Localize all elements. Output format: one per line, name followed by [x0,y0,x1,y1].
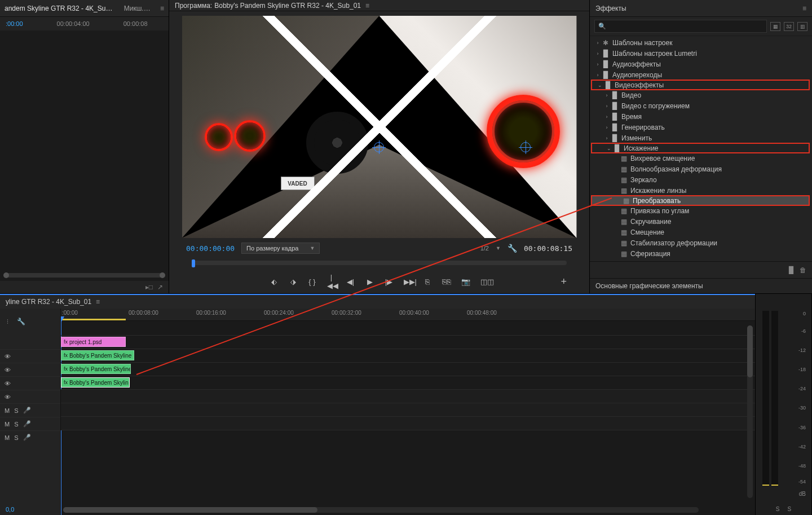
program-timecode-current[interactable]: 00:00:00:00 [186,244,235,253]
track-head-v1[interactable]: 👁 [0,390,60,403]
effects-search-field[interactable] [608,22,763,30]
folder-icon: ▉ [610,102,619,110]
clip-v1[interactable]: fxBobby's Pandem Skylin [61,377,130,388]
effect-turbulent[interactable]: ▦Вихревое смещение [590,153,812,164]
tree-item-video[interactable]: ›▉Видео [590,90,812,100]
effect-mirror[interactable]: ▦Зеркало [590,174,812,185]
playhead-handle[interactable] [192,259,195,267]
panel-menu-icon[interactable]: ≡ [365,2,369,10]
solo-indicator[interactable]: S [776,506,780,512]
clip-v2[interactable]: fxBobby's Pandem Skyline [61,364,131,374]
meter-tick: -6 [792,328,806,334]
anchor-crosshair-icon[interactable] [520,142,531,152]
timeline-v-scrollbar[interactable] [747,325,753,498]
program-scrubber[interactable] [192,261,567,265]
step-forward-icon[interactable]: |▶ [385,278,394,286]
source-tab-1[interactable]: andem Skyline GTR R32 - 4K_Sub_03 [5,5,115,12]
eye-icon[interactable]: 👁 [5,367,11,373]
tree-item-distort[interactable]: ⌄▉Искажение [591,143,810,153]
mute-button[interactable]: M [5,421,10,428]
track-head-v4[interactable]: 👁 [0,349,60,363]
program-monitor[interactable]: VADED [182,16,577,238]
chevron-down-icon[interactable]: ▼ [496,245,501,251]
mic-icon[interactable]: 🎤 [23,434,31,441]
clip-v3[interactable]: fxBobby's Pandem Skyline [61,350,134,360]
export-frame-icon[interactable]: 📷 [461,278,470,286]
eye-icon[interactable]: 👁 [5,380,11,387]
mark-out-icon[interactable]: ⬗ [289,278,298,286]
track-head-a2[interactable]: MS🎤 [0,417,60,430]
source-scrollbar[interactable] [5,273,164,278]
snap-icon[interactable]: ⸽ [6,318,9,325]
settings-wrench-icon[interactable]: 🔧 [508,244,517,253]
mute-button[interactable]: M [5,407,10,414]
fx-filter-yuv-icon[interactable]: ▥ [797,22,807,31]
play-icon[interactable]: ▶ [365,278,374,286]
effects-search-input[interactable]: 🔍 [594,20,767,33]
insert-icon[interactable]: ▸□ [145,283,153,291]
timeline-h-scrollbar[interactable] [63,507,699,513]
timeline-tracks[interactable]: :00:00 00:00:08:00 00:00:16:00 00:00:24:… [61,309,755,515]
track-head-v3[interactable]: 👁 [0,363,60,376]
work-area-bar[interactable] [61,319,126,320]
tree-item-immersive[interactable]: ›▉Видео с погружением [590,100,812,111]
solo-button[interactable]: S [14,421,18,428]
mic-icon[interactable]: 🎤 [23,420,31,428]
solo-button[interactable]: S [14,434,18,441]
tree-item-generate[interactable]: ›▉Генерировать [590,122,812,133]
audio-meter[interactable]: 0 -6 -12 -18 -24 -30 -36 -42 -48 -54 dB [756,294,811,503]
solo-button[interactable]: S [14,407,18,414]
track-head-a1[interactable]: MS🎤 [0,403,60,417]
effect-lens[interactable]: ▦Искажение линзы [590,185,812,196]
effect-wave[interactable]: ▦Волнообразная деформация [590,164,812,174]
fx-filter-32-icon[interactable]: 32 [784,22,794,31]
go-to-in-icon[interactable]: |◀◀ [327,273,336,290]
lift-icon[interactable]: ⎘ [423,278,432,286]
tree-item-video-effects[interactable]: ⌄▉Видеоэффекты [591,80,810,90]
effect-warp[interactable]: ▦Стабилизатор деформации [590,237,812,248]
clip-v4[interactable]: fxproject 1.psd [61,337,126,347]
export-icon[interactable]: ↗ [157,283,163,291]
eye-icon[interactable]: 👁 [5,353,11,360]
zoom-dropdown[interactable]: По размеру кадра ▼ [241,243,320,254]
tree-item-audio-fx[interactable]: ›▉Аудиоэффекты [590,59,812,69]
new-bin-icon[interactable]: ▉ [789,266,794,274]
anchor-crosshair-icon[interactable] [374,142,384,152]
comparison-icon[interactable]: ◫◫ [480,278,489,286]
timeline-ruler[interactable]: :00:00 00:00:08:00 00:00:16:00 00:00:24:… [61,309,755,321]
effect-spherize[interactable]: ▦Сферизация [590,248,812,259]
effect-offset[interactable]: ▦Смещение [590,227,812,237]
timeline-timecode[interactable]: 0,0 [0,504,60,515]
go-to-out-icon[interactable]: ▶▶| [404,278,413,286]
trash-icon[interactable]: 🗑 [800,266,806,274]
effect-transform[interactable]: ▦Преобразовать [591,195,810,206]
mark-in-icon[interactable]: ⬖ [270,278,279,286]
essential-graphics-label[interactable]: Основные графические элементы [590,278,812,293]
wrench-icon[interactable]: 🔧 [17,318,25,325]
source-tab-2[interactable]: Микш. ау [124,5,151,12]
ruler-tick: 00:00:48:00 [467,310,497,316]
add-button-icon[interactable]: + [561,276,567,288]
fx-filter-icon[interactable]: ▦ [770,22,780,31]
tree-item-presets[interactable]: ›✱Шаблоны настроек [590,37,812,48]
eye-icon[interactable]: 👁 [5,394,11,400]
extract-icon[interactable]: ⎘⎘ [442,278,451,286]
marker-icon[interactable]: { } [308,278,317,286]
tree-item-adjust[interactable]: ›▉Изменить [590,133,812,143]
track-head-a3[interactable]: MS🎤 [0,430,60,444]
mute-button[interactable]: M [5,434,10,441]
tree-item-audio-trans[interactable]: ›▉Аудиопереходы [590,69,812,80]
panel-menu-icon[interactable]: ≡ [96,298,100,306]
panel-menu-icon[interactable]: ≡ [802,5,806,12]
step-back-icon[interactable]: ◀| [346,278,355,286]
effect-corner[interactable]: ▦Привязка по углам [590,205,812,216]
panel-menu-icon[interactable]: ≡ [160,5,164,12]
track-head-v2[interactable]: 👁 [0,376,60,390]
effect-twirl[interactable]: ▦Скручивание [590,216,812,227]
tree-item-lumetri[interactable]: ›▉Шаблоны настроек Lumetri [590,48,812,59]
solo-indicator[interactable]: S [788,506,792,512]
source-tabs: andem Skyline GTR R32 - 4K_Sub_03 Микш. … [0,0,169,17]
tree-item-time[interactable]: ›▉Время [590,111,812,122]
mic-icon[interactable]: 🎤 [23,407,31,414]
sequence-tab[interactable]: yline GTR R32 - 4K_Sub_01 [6,298,91,306]
